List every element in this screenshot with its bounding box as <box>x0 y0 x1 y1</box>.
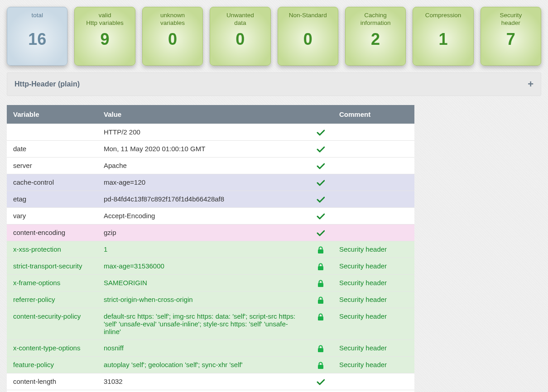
cell-value: gzip <box>97 225 310 241</box>
cell-variable: feature-policy <box>7 357 97 373</box>
cell-value: Apache <box>97 158 310 174</box>
cell-variable: x-frame-options <box>7 275 97 292</box>
cell-value: Mon, 11 May 2020 01:00:10 GMT <box>97 141 310 158</box>
card-label: Unwanted data <box>214 12 266 27</box>
cell-value: strict-origin-when-cross-origin <box>97 292 310 308</box>
cell-variable: server <box>7 158 97 174</box>
cell-comment: Security header <box>333 340 414 357</box>
cell-comment <box>333 225 414 241</box>
cell-value: 1 <box>97 241 310 258</box>
expand-icon[interactable]: + <box>528 79 534 89</box>
cell-comment: Security header <box>333 241 414 258</box>
card-value: 0 <box>214 30 266 49</box>
card-label: valid Http variables <box>78 12 131 27</box>
summary-card[interactable]: Unwanted data0 <box>210 7 270 66</box>
table-row: varyAccept-Encoding <box>7 208 414 225</box>
summary-cards: total16valid Http variables9unknown vari… <box>7 7 541 66</box>
table-row: cache-controlmax-age=120 <box>7 174 414 191</box>
lock-icon <box>310 258 333 275</box>
table-row: content-encodinggzip <box>7 225 414 241</box>
cell-value: 31032 <box>97 373 310 390</box>
cell-variable: etag <box>7 191 97 208</box>
cell-value: SAMEORIGIN <box>97 275 310 292</box>
table-row: dateMon, 11 May 2020 01:00:10 GMT <box>7 141 414 158</box>
table-row: x-content-type-optionsnosniffSecurity he… <box>7 340 414 357</box>
card-label: Non-Standard <box>282 12 334 27</box>
check-icon <box>310 390 333 392</box>
cell-comment: Security header <box>333 357 414 373</box>
card-value: 16 <box>11 30 63 49</box>
headers-table: Variable Value Comment HTTP/2 200dateMon… <box>7 105 414 392</box>
headers-table-wrap: Variable Value Comment HTTP/2 200dateMon… <box>7 105 414 392</box>
cell-comment <box>333 208 414 225</box>
card-value: 0 <box>282 30 334 49</box>
table-row: serverApache <box>7 158 414 174</box>
card-value: 7 <box>485 30 537 49</box>
check-icon <box>310 124 333 141</box>
check-icon <box>310 208 333 225</box>
cell-comment: Security header <box>333 308 414 340</box>
th-variable: Variable <box>7 105 97 124</box>
cell-variable: content-length <box>7 373 97 390</box>
check-icon <box>310 174 333 191</box>
cell-comment <box>333 174 414 191</box>
summary-card[interactable]: Non-Standard0 <box>278 7 338 66</box>
lock-icon <box>310 308 333 340</box>
cell-value: pd-84fd4c13f87c892f176f1d4b66428af8 <box>97 191 310 208</box>
card-label: total <box>11 12 63 27</box>
cell-comment <box>333 373 414 390</box>
card-value: 0 <box>146 30 199 49</box>
http-header-panel[interactable]: Http-Header (plain) + <box>7 72 541 96</box>
cell-value: default-src https: 'self'; img-src https… <box>97 308 310 340</box>
summary-card[interactable]: Compression1 <box>413 7 473 66</box>
table-row: referrer-policystrict-origin-when-cross-… <box>7 292 414 308</box>
cell-comment <box>333 124 414 141</box>
lock-icon <box>310 275 333 292</box>
cell-variable: content-security-policy <box>7 308 97 340</box>
table-row: x-xss-protection1Security header <box>7 241 414 258</box>
cell-comment <box>333 141 414 158</box>
card-label: unknown variables <box>146 12 199 27</box>
table-row: x-frame-optionsSAMEORIGINSecurity header <box>7 275 414 292</box>
check-icon <box>310 158 333 174</box>
panel-title: Http-Header (plain) <box>14 80 80 88</box>
summary-card[interactable]: valid Http variables9 <box>74 7 135 66</box>
cell-value: autoplay 'self'; geolocation 'self'; syn… <box>97 357 310 373</box>
cell-variable: x-content-type-options <box>7 340 97 357</box>
summary-card[interactable]: Caching information2 <box>345 7 406 66</box>
table-row: content-security-policydefault-src https… <box>7 308 414 340</box>
cell-variable: referrer-policy <box>7 292 97 308</box>
summary-card[interactable]: unknown variables0 <box>142 7 203 66</box>
lock-icon <box>310 340 333 357</box>
table-row: content-typetext/html <box>7 390 414 392</box>
card-label: Security header <box>485 12 537 27</box>
cell-variable: date <box>7 141 97 158</box>
table-row: strict-transport-securitymax-age=3153600… <box>7 258 414 275</box>
cell-variable: cache-control <box>7 174 97 191</box>
card-label: Compression <box>417 12 469 27</box>
table-row: feature-policyautoplay 'self'; geolocati… <box>7 357 414 373</box>
lock-icon <box>310 241 333 258</box>
cell-comment: Security header <box>333 292 414 308</box>
card-value: 9 <box>78 30 131 49</box>
cell-variable: vary <box>7 208 97 225</box>
table-row: HTTP/2 200 <box>7 124 414 141</box>
lock-icon <box>310 292 333 308</box>
cell-variable <box>7 124 97 141</box>
cell-value: max-age=31536000 <box>97 258 310 275</box>
cell-variable: x-xss-protection <box>7 241 97 258</box>
card-value: 1 <box>417 30 469 49</box>
summary-card[interactable]: total16 <box>7 7 67 66</box>
th-comment: Comment <box>333 105 414 124</box>
table-header-row: Variable Value Comment <box>7 105 414 124</box>
summary-card[interactable]: Security header7 <box>481 7 541 66</box>
th-icon <box>310 105 333 124</box>
cell-comment <box>333 191 414 208</box>
cell-comment <box>333 158 414 174</box>
check-icon <box>310 191 333 208</box>
cell-comment <box>333 390 414 392</box>
cell-comment: Security header <box>333 258 414 275</box>
cell-value: HTTP/2 200 <box>97 124 310 141</box>
th-value: Value <box>97 105 310 124</box>
cell-comment: Security header <box>333 275 414 292</box>
